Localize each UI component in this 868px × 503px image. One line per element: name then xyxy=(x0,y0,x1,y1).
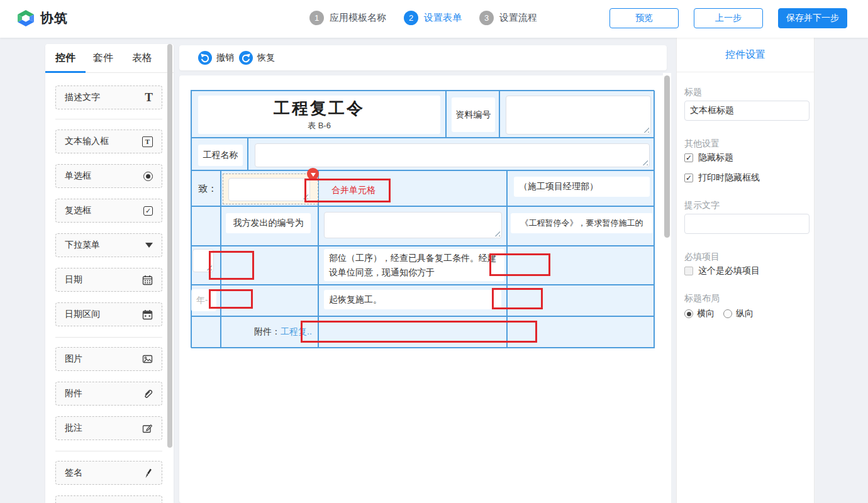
stop-order-text[interactable]: 《工程暂停令》，要求暂停施工的 xyxy=(511,213,653,233)
form-cell-issued-no-label[interactable]: 我方发出的编号为 xyxy=(221,206,318,246)
form-cell-to-label[interactable]: 致： xyxy=(191,170,221,206)
control-item-image[interactable]: 图片 xyxy=(55,347,162,371)
undo-label: 撤销 xyxy=(216,52,234,64)
form-cell-r7-c[interactable] xyxy=(318,316,507,348)
control-item-date[interactable]: 日期 xyxy=(55,268,162,292)
step-2[interactable]: 2 设置表单 xyxy=(404,11,462,25)
layout-horizontal-radio[interactable] xyxy=(684,309,693,318)
form-canvas: 工程复工令 表 B-6 资料编号 工程名称 致： （施工 xyxy=(179,75,667,503)
tab-controls[interactable]: 控件 xyxy=(55,52,75,65)
to-textarea[interactable] xyxy=(228,178,310,201)
form-cell-r5-b[interactable] xyxy=(221,246,318,285)
logo[interactable]: 协筑 xyxy=(16,9,68,28)
issued-no-textarea[interactable] xyxy=(324,212,502,238)
hide-border-print-checkbox[interactable]: ✓ xyxy=(684,174,693,182)
control-item-dropdown[interactable]: 下拉菜单 xyxy=(55,233,162,257)
form-cell-doc-no-label[interactable]: 资料编号 xyxy=(446,91,499,138)
resume-text[interactable]: 起恢复施工。 xyxy=(324,290,501,309)
step-2-label: 设置表单 xyxy=(424,12,462,24)
checkbox-icon: ✓ xyxy=(143,206,153,216)
issued-no-label[interactable]: 我方发出的编号为 xyxy=(226,213,311,233)
control-item-radio[interactable]: 单选框 xyxy=(55,164,162,188)
form-cell-r6-b[interactable] xyxy=(221,285,318,316)
hide-title-checkbox[interactable]: ✓ xyxy=(684,153,693,162)
redo-label: 恢复 xyxy=(257,52,275,64)
undo-button[interactable]: 撤销 xyxy=(198,51,234,65)
form-cell-merge-target[interactable] xyxy=(318,170,507,206)
tab-kits[interactable]: 套件 xyxy=(93,52,113,65)
divider xyxy=(55,337,162,338)
control-item-date-range[interactable]: 日期区间 xyxy=(55,302,162,326)
stepper: 1 应用模板名称 2 设置表单 3 设置流程 xyxy=(309,11,555,25)
form-cell-r5-a[interactable] xyxy=(191,246,221,285)
control-item-checkbox[interactable]: 复选框 ✓ xyxy=(55,199,162,223)
control-item-signature[interactable]: 签名 xyxy=(55,461,162,485)
control-item-text-input[interactable]: 文本输入框 T xyxy=(55,130,162,153)
layout-vertical-radio[interactable] xyxy=(723,309,732,318)
control-item-description-text[interactable]: 描述文字 T xyxy=(55,86,162,109)
control-item-label: 日期 xyxy=(65,274,82,285)
prev-step-button[interactable]: 上一步 xyxy=(694,8,763,28)
hide-title-label: 隐藏标题 xyxy=(698,152,733,163)
placeholder-text-input[interactable] xyxy=(684,214,810,234)
control-item-attachment[interactable]: 附件 xyxy=(55,382,162,406)
dept-text[interactable]: （施工项目经理部） xyxy=(514,177,650,197)
canvas-scrollbar-thumb[interactable] xyxy=(664,75,670,238)
control-item-partial[interactable] xyxy=(55,495,162,503)
form-cell-r5-d[interactable] xyxy=(507,246,655,285)
resume-condition-text[interactable]: 部位（工序），经查已具备复工条件。经建设单位同意，现通知你方于 xyxy=(324,249,504,281)
form-cell-to-input[interactable] xyxy=(221,170,318,206)
project-name-textarea[interactable] xyxy=(255,143,650,167)
required-checkbox[interactable]: ✓ xyxy=(684,267,693,275)
delete-cell-badge-icon[interactable] xyxy=(307,168,319,180)
pen-icon xyxy=(143,468,153,478)
form-cell-title[interactable]: 工程复工令 表 B-6 xyxy=(191,91,446,138)
form-cell-doc-no-input[interactable] xyxy=(499,91,655,138)
form-cell-date[interactable]: 年- xyxy=(191,285,221,316)
form-cell-r6-d[interactable] xyxy=(507,285,655,316)
form-cell-stop-order[interactable]: 《工程暂停令》，要求暂停施工的 xyxy=(507,206,655,246)
required-label: 这个是必填项目 xyxy=(698,265,760,277)
control-item-label: 签名 xyxy=(65,467,82,478)
field-title-input[interactable] xyxy=(684,101,810,121)
control-item-label: 复选框 xyxy=(65,205,91,216)
control-item-annotation[interactable]: 批注 xyxy=(55,416,162,440)
form-cell-resume-condition[interactable]: 部位（工序），经查已具备复工条件。经建设单位同意，现通知你方于 xyxy=(318,246,507,285)
to-label: 致： xyxy=(198,183,217,195)
form-cell-project-input[interactable] xyxy=(248,138,655,170)
selected-cell[interactable] xyxy=(223,174,318,204)
preview-button[interactable]: 预览 xyxy=(609,8,679,28)
hide-border-print-option[interactable]: ✓ 打印时隐藏框线 xyxy=(684,172,760,184)
form-title-box[interactable]: 工程复工令 表 B-6 xyxy=(198,96,440,134)
form-cell-attachment[interactable]: 附件： 工程复.. xyxy=(221,316,318,348)
form-cell-r7-a[interactable] xyxy=(191,316,221,348)
attachment-link[interactable]: 工程复.. xyxy=(281,326,312,338)
header-actions: 预览 上一步 保存并下一步 xyxy=(609,8,847,28)
hide-title-option[interactable]: ✓ 隐藏标题 xyxy=(684,152,733,163)
redo-button[interactable]: 恢复 xyxy=(239,51,275,65)
step-3-label: 设置流程 xyxy=(499,12,537,24)
control-item-label: 附件 xyxy=(65,388,82,399)
divider xyxy=(55,451,162,451)
doc-no-textarea[interactable] xyxy=(506,96,651,135)
required-option[interactable]: ✓ 这个是必填项目 xyxy=(684,265,760,277)
form-cell-resume-text[interactable]: 起恢复施工。 xyxy=(318,285,507,316)
form-subtitle: 表 B-6 xyxy=(308,120,331,131)
tab-tables[interactable]: 表格 xyxy=(132,52,152,65)
doc-no-label[interactable]: 资料编号 xyxy=(452,97,495,132)
form-cell-project-label[interactable]: 工程名称 xyxy=(191,138,248,170)
step-1[interactable]: 1 应用模板名称 xyxy=(309,11,386,25)
sidebar-scrollbar-thumb[interactable] xyxy=(167,44,172,448)
small-textarea[interactable] xyxy=(192,249,214,272)
form-cell-r4-a[interactable] xyxy=(191,206,221,246)
form-cell-issued-no-input[interactable] xyxy=(318,206,507,246)
save-next-button[interactable]: 保存并下一步 xyxy=(778,8,847,28)
project-name-label[interactable]: 工程名称 xyxy=(198,145,243,166)
annotate-icon xyxy=(142,423,153,434)
form-cell-r7-d[interactable] xyxy=(507,316,655,348)
step-3[interactable]: 3 设置流程 xyxy=(479,11,537,25)
step-1-circle: 1 xyxy=(309,11,324,25)
control-item-label: 下拉菜单 xyxy=(65,240,100,251)
form-cell-dept[interactable]: （施工项目经理部） xyxy=(507,170,655,206)
date-placeholder[interactable]: 年- xyxy=(191,289,216,311)
